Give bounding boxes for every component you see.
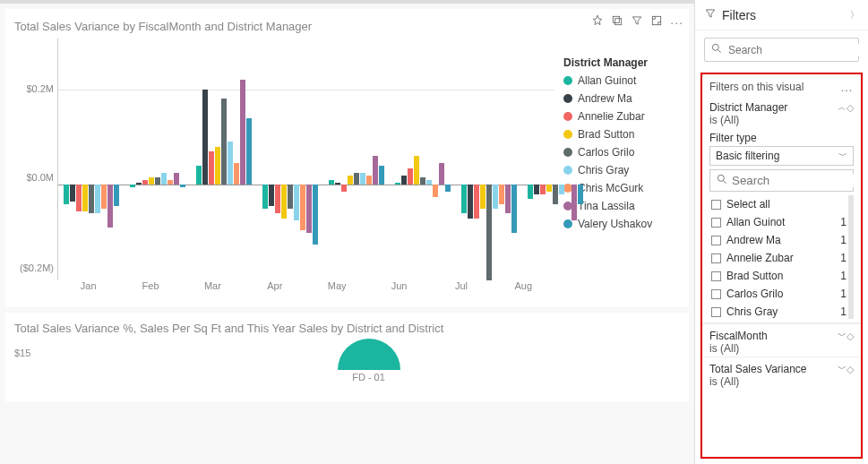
visual-bubble-card[interactable]: Total Sales Variance %, Sales Per Sq Ft …	[5, 313, 689, 401]
bar[interactable]	[401, 39, 407, 280]
bar[interactable]	[408, 39, 413, 280]
bar[interactable]	[546, 39, 552, 280]
bar[interactable]	[468, 39, 473, 280]
bar[interactable]	[95, 39, 100, 280]
bar[interactable]	[202, 39, 208, 280]
bar[interactable]	[168, 39, 173, 280]
clear-filter-icon[interactable]: ◇	[847, 331, 854, 342]
bar[interactable]	[341, 39, 347, 280]
bar[interactable]	[414, 39, 419, 280]
chevron-up-icon[interactable]: ︿	[838, 101, 847, 114]
filter-values-search[interactable]	[709, 169, 854, 192]
clear-filter-icon[interactable]: ◇	[847, 364, 854, 375]
bar[interactable]	[499, 39, 504, 280]
bar[interactable]	[82, 39, 88, 280]
bar[interactable]	[540, 39, 546, 280]
bar[interactable]	[572, 39, 577, 280]
bar[interactable]	[395, 39, 400, 280]
collapse-pane-icon[interactable]: 〉	[850, 9, 859, 21]
filter-option[interactable]: Brad Sutton1	[709, 267, 848, 285]
bar[interactable]	[288, 39, 293, 280]
bar[interactable]	[196, 39, 202, 280]
focus-icon[interactable]	[650, 14, 663, 30]
filter-option[interactable]: Select all	[709, 195, 848, 213]
bar[interactable]	[505, 39, 511, 280]
bar[interactable]	[354, 39, 359, 280]
bar[interactable]	[565, 39, 571, 280]
bar[interactable]	[228, 39, 233, 280]
bar[interactable]	[70, 39, 75, 280]
bar[interactable]	[461, 39, 467, 280]
bar[interactable]	[142, 39, 148, 280]
bar[interactable]	[161, 39, 167, 280]
clear-filter-icon[interactable]: ◇	[847, 102, 854, 114]
bar[interactable]	[379, 39, 384, 280]
filter-option[interactable]: Carlos Grilo1	[709, 285, 848, 303]
bar[interactable]	[155, 39, 160, 280]
bar[interactable]	[445, 39, 451, 280]
visual-chart-card[interactable]: ··· Total Sales Variance by FiscalMonth …	[5, 9, 689, 307]
filter-values-search-input[interactable]	[732, 174, 863, 187]
copy-icon[interactable]	[611, 14, 623, 30]
bar[interactable]	[348, 39, 353, 280]
bar[interactable]	[234, 39, 239, 280]
chevron-down-icon[interactable]: ﹀	[838, 363, 847, 375]
filter-option[interactable]: Allan Guinot1	[709, 213, 848, 231]
bar[interactable]	[493, 39, 498, 280]
bar[interactable]	[209, 39, 214, 280]
bar[interactable]	[300, 39, 305, 280]
bar[interactable]	[426, 39, 432, 280]
bar[interactable]	[269, 39, 274, 280]
bar[interactable]	[149, 39, 154, 280]
filter-option[interactable]: Andrew Ma1	[709, 231, 848, 249]
bar[interactable]	[528, 39, 533, 280]
bar[interactable]	[64, 39, 69, 280]
bar[interactable]	[335, 39, 340, 280]
bar[interactable]	[76, 39, 82, 280]
bar[interactable]	[262, 39, 268, 280]
checkbox[interactable]	[711, 236, 721, 245]
search-input[interactable]	[728, 44, 863, 56]
bar[interactable]	[89, 39, 94, 280]
checkbox[interactable]	[711, 271, 721, 281]
more-options-icon[interactable]: ···	[670, 15, 683, 30]
bar[interactable]	[559, 39, 564, 280]
bar[interactable]	[578, 39, 583, 280]
bar[interactable]	[553, 39, 558, 280]
filter-option[interactable]: Annelie Zubar1	[709, 249, 848, 267]
bar[interactable]	[366, 39, 372, 280]
checkbox[interactable]	[711, 200, 721, 210]
bar[interactable]	[294, 39, 299, 280]
bar[interactable]	[439, 39, 444, 280]
bar[interactable]	[136, 39, 142, 280]
bar[interactable]	[101, 39, 107, 280]
filter-field-total-sales-variance[interactable]: Total Sales Variance ﹀ ◇ is (All)	[702, 357, 861, 390]
bar[interactable]	[474, 39, 479, 280]
checkbox[interactable]	[711, 253, 721, 263]
checkbox[interactable]	[711, 218, 721, 228]
bar[interactable]	[511, 39, 517, 280]
bar[interactable]	[130, 39, 135, 280]
pin-icon[interactable]	[591, 14, 604, 30]
filters-search[interactable]	[704, 38, 859, 62]
filter-field-fiscalmonth[interactable]: FiscalMonth ﹀ ◇ is (All)	[702, 323, 861, 357]
filter-icon[interactable]	[631, 14, 643, 30]
bar[interactable]	[534, 39, 539, 280]
section-more-icon[interactable]: …	[840, 80, 854, 94]
bar[interactable]	[480, 39, 486, 280]
bar[interactable]	[114, 39, 119, 280]
chart-plot-area[interactable]: $0.2M $0.0M ($0.2M) JanFebMarAprMayJunJu…	[14, 39, 554, 298]
bar[interactable]	[420, 39, 425, 280]
bar[interactable]	[221, 39, 227, 280]
bar[interactable]	[306, 39, 312, 280]
bar[interactable]	[373, 39, 378, 280]
checkbox[interactable]	[711, 289, 721, 299]
checkbox[interactable]	[711, 307, 721, 317]
bar[interactable]	[107, 39, 113, 280]
bar[interactable]	[433, 39, 438, 280]
bar[interactable]	[281, 39, 287, 280]
bubble-shape[interactable]	[338, 339, 400, 370]
bar[interactable]	[313, 39, 318, 280]
bar[interactable]	[174, 39, 179, 280]
chevron-down-icon[interactable]: ﹀	[838, 330, 847, 342]
